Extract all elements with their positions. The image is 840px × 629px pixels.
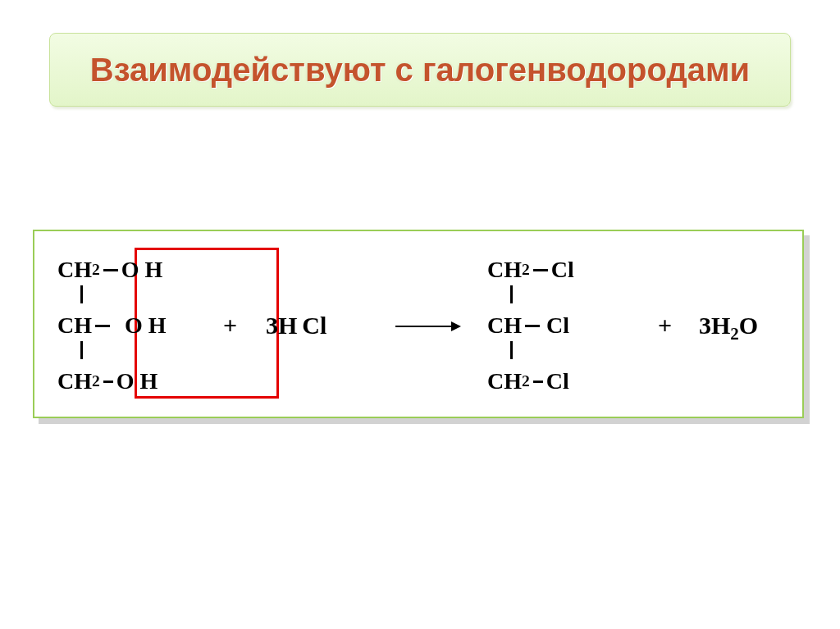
oh-group: O H <box>116 368 158 394</box>
reactant-glycerol: CH2 O H CH O H CH2 O H <box>57 256 167 395</box>
carbon-label: CH <box>57 368 92 394</box>
oh-group: O H <box>125 312 167 339</box>
carbon-label: CH <box>487 312 522 339</box>
carbon-label: CH <box>487 368 522 394</box>
carbon-label: CH <box>57 257 92 283</box>
carbon-sub: 2 <box>92 372 100 390</box>
carbon-sub: 2 <box>92 261 100 279</box>
reagent-hcl: 3HCl <box>266 312 326 340</box>
carbon-sub: 2 <box>522 261 530 279</box>
water-coeff: 3H <box>699 312 730 339</box>
oh-group: O H <box>121 257 163 283</box>
bond-vertical <box>510 341 513 359</box>
glycerol-row-2: CH O H <box>57 312 167 340</box>
bond-horizontal <box>533 381 543 383</box>
bond-vertical <box>510 285 513 303</box>
title-panel: Взаимодействуют с галогенводородами <box>49 33 791 107</box>
bond-horizontal <box>103 269 118 271</box>
product-row-3: CH2 Cl <box>487 367 574 395</box>
carbon-label: CH <box>57 312 92 339</box>
cl-group: Cl <box>546 368 569 394</box>
reaction-row: CH2 O H CH O H CH2 O H + 3HCl <box>34 256 802 395</box>
hcl-cl: Cl <box>302 312 326 339</box>
slide-title: Взаимодействуют с галогенводородами <box>90 52 750 89</box>
product-row-2: CH Cl <box>487 312 574 340</box>
reaction-panel: CH2 O H CH O H CH2 O H + 3HCl <box>33 230 804 418</box>
cl-group: Cl <box>551 257 574 283</box>
water-sub: 2 <box>730 324 739 344</box>
reaction-arrow-icon <box>395 321 461 331</box>
byproduct-water: 3H2O <box>699 312 758 344</box>
glycerol-row-3: CH2 O H <box>57 367 167 395</box>
bond-horizontal <box>525 325 540 327</box>
glycerol-row-1: CH2 O H <box>57 256 167 284</box>
product-trichloropropane: CH2 Cl CH Cl CH2 Cl <box>487 256 574 395</box>
bond-horizontal <box>95 325 110 327</box>
plus-sign: + <box>658 312 672 340</box>
water-o: O <box>739 312 758 339</box>
product-row-1: CH2 Cl <box>487 256 574 284</box>
bond-horizontal <box>103 381 113 383</box>
bond-vertical <box>80 285 83 303</box>
cl-group: Cl <box>546 312 569 339</box>
hcl-coeff: 3H <box>266 312 297 339</box>
carbon-sub: 2 <box>522 372 530 390</box>
plus-sign: + <box>223 312 237 340</box>
bond-vertical <box>80 341 83 359</box>
bond-horizontal <box>533 269 548 271</box>
carbon-label: CH <box>487 257 522 283</box>
